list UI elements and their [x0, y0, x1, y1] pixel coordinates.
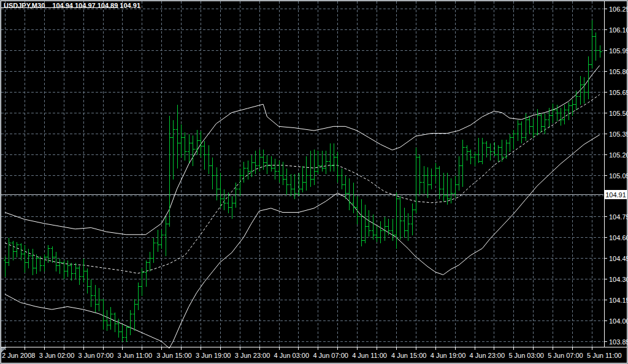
price-tick-label: 104.30: [609, 276, 628, 283]
time-label: 3 Jun 15:00: [156, 352, 192, 359]
price-tick-label: 104.00: [609, 317, 628, 325]
chart-window: USDJPY,M30104.94 104.97 104.89 104.91 10…: [0, 0, 628, 364]
time-label: 3 Jun 02:00: [39, 352, 75, 359]
price-tick-label: 105.20: [609, 151, 628, 159]
price-tick-label: 105.65: [609, 89, 628, 96]
time-label: 3 Jun 07:00: [78, 352, 114, 359]
price-tick-label: 104.15: [609, 297, 628, 304]
price-tick-label: 103.85: [609, 338, 628, 346]
time-label: 4 Jun 11:00: [352, 352, 387, 359]
time-label: 5 Jun 11:00: [587, 352, 622, 359]
time-label: 4 Jun 07:00: [313, 352, 348, 359]
chart-title: USDJPY,M30104.94 104.97 104.89 104.91: [4, 2, 140, 9]
time-label: 4 Jun 03:00: [274, 352, 310, 359]
price-tick-label: 105.95: [609, 47, 628, 55]
time-label: 3 Jun 11:00: [117, 352, 152, 359]
chart-canvas[interactable]: 106.25106.10105.95105.80105.65105.50105.…: [0, 0, 628, 364]
price-tick-label: 105.05: [609, 172, 628, 180]
time-label: 5 Jun 03:00: [508, 352, 544, 359]
price-tick-label: 106.25: [609, 6, 628, 13]
time-label: 4 Jun 19:00: [431, 352, 466, 359]
time-label: 2 Jun 2008: [2, 352, 35, 359]
price-tick-label: 104.60: [609, 234, 628, 241]
current-price-label: 104.91: [605, 191, 626, 199]
time-label: 3 Jun 19:00: [196, 352, 231, 359]
time-label: 3 Jun 23:00: [235, 352, 270, 359]
price-tick-label: 105.50: [609, 110, 628, 117]
chart-title-symbol: USDJPY,M30: [4, 2, 45, 9]
time-label: 4 Jun 15:00: [391, 352, 427, 359]
time-label: 5 Jun 07:00: [548, 352, 583, 359]
price-tick-label: 104.45: [609, 255, 628, 262]
price-tick-label: 105.80: [609, 68, 628, 75]
price-tick-label: 106.10: [609, 26, 628, 34]
price-tick-label: 104.75: [609, 213, 628, 221]
price-tick-label: 105.35: [609, 131, 628, 138]
time-label: 4 Jun 23:00: [470, 352, 505, 359]
chart-title-quotes: 104.94 104.97 104.89 104.91: [52, 2, 140, 9]
